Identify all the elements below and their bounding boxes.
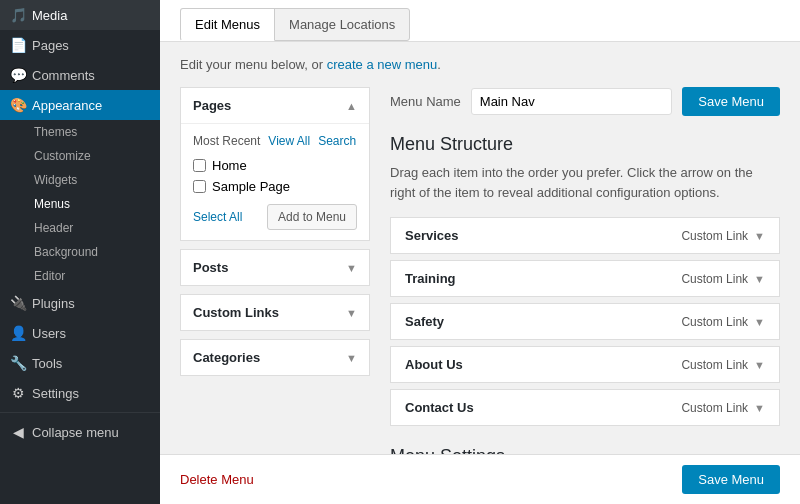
- pages-tabs: Most Recent View All Search: [193, 134, 357, 148]
- menu-item-training-right: Custom Link ▼: [681, 272, 765, 286]
- menu-item-about-us: About Us Custom Link ▼: [390, 346, 780, 383]
- sidebar-item-users[interactable]: 👤 Users: [0, 318, 160, 348]
- sidebar-item-collapse[interactable]: ◀ Collapse menu: [0, 417, 160, 447]
- create-new-menu-link[interactable]: create a new menu: [327, 57, 438, 72]
- collapse-icon: ◀: [10, 424, 26, 440]
- page-sample-item: Sample Page: [193, 179, 357, 194]
- pages-accordion-footer: Select All Add to Menu: [193, 204, 357, 230]
- appearance-icon: 🎨: [10, 97, 26, 113]
- left-panel: Pages ▲ Most Recent View All Search Home: [180, 87, 370, 384]
- categories-accordion: Categories ▼: [180, 339, 370, 376]
- sidebar-sub-widgets[interactable]: Widgets: [28, 168, 160, 192]
- pages-accordion: Pages ▲ Most Recent View All Search Home: [180, 87, 370, 241]
- content-area: Edit your menu below, or create a new me…: [160, 42, 800, 454]
- menu-settings-section: Menu Settings Auto add pages Automatical…: [390, 446, 780, 454]
- pages-icon: 📄: [10, 37, 26, 53]
- menu-items-list: Services Custom Link ▼ Training Custom L…: [390, 217, 780, 426]
- users-icon: 👤: [10, 325, 26, 341]
- tab-most-recent[interactable]: Most Recent: [193, 134, 260, 148]
- posts-accordion: Posts ▼: [180, 249, 370, 286]
- tools-icon: 🔧: [10, 355, 26, 371]
- tab-manage-locations[interactable]: Manage Locations: [274, 8, 410, 41]
- menu-item-about-right: Custom Link ▼: [681, 358, 765, 372]
- menu-structure-desc: Drag each item into the order you prefer…: [390, 163, 780, 202]
- intro-line: Edit your menu below, or create a new me…: [180, 57, 780, 72]
- menu-item-contact-us: Contact Us Custom Link ▼: [390, 389, 780, 426]
- categories-accordion-header[interactable]: Categories ▼: [181, 340, 369, 375]
- menu-item-services-expand[interactable]: ▼: [754, 230, 765, 242]
- posts-accordion-header[interactable]: Posts ▼: [181, 250, 369, 285]
- sidebar: 🎵 Media 📄 Pages 💬 Comments 🎨 Appearance …: [0, 0, 160, 504]
- menu-item-services-right: Custom Link ▼: [681, 229, 765, 243]
- main-area: Edit Menus Manage Locations Edit your me…: [160, 0, 800, 504]
- sidebar-sub-customize[interactable]: Customize: [28, 144, 160, 168]
- menu-settings-title: Menu Settings: [390, 446, 780, 454]
- sidebar-item-settings[interactable]: ⚙ Settings: [0, 378, 160, 408]
- sidebar-item-tools[interactable]: 🔧 Tools: [0, 348, 160, 378]
- menu-item-contact-expand[interactable]: ▼: [754, 402, 765, 414]
- menu-item-safety-expand[interactable]: ▼: [754, 316, 765, 328]
- posts-accordion-arrow: ▼: [346, 262, 357, 274]
- select-all-link[interactable]: Select All: [193, 210, 242, 224]
- pages-accordion-body: Most Recent View All Search Home Sample …: [181, 123, 369, 240]
- menu-item-training-expand[interactable]: ▼: [754, 273, 765, 285]
- tab-bar: Edit Menus Manage Locations: [160, 0, 800, 42]
- tab-view-all[interactable]: View All: [268, 134, 310, 148]
- tab-edit-menus[interactable]: Edit Menus: [180, 8, 275, 41]
- menu-item-safety: Safety Custom Link ▼: [390, 303, 780, 340]
- sidebar-sub-menus[interactable]: Menus: [28, 192, 160, 216]
- menu-name-row: Menu Name Save Menu: [390, 87, 780, 116]
- sidebar-divider: [0, 412, 160, 413]
- sidebar-item-appearance[interactable]: 🎨 Appearance: [0, 90, 160, 120]
- tab-search[interactable]: Search: [318, 134, 356, 148]
- appearance-submenu: Themes Customize Widgets Menus Header Ba…: [0, 120, 160, 288]
- menu-name-input[interactable]: [471, 88, 672, 115]
- sidebar-sub-background[interactable]: Background: [28, 240, 160, 264]
- menu-item-services: Services Custom Link ▼: [390, 217, 780, 254]
- menu-name-label: Menu Name: [390, 94, 461, 109]
- page-sample-checkbox[interactable]: [193, 180, 206, 193]
- sidebar-sub-header[interactable]: Header: [28, 216, 160, 240]
- add-to-menu-button[interactable]: Add to Menu: [267, 204, 357, 230]
- pages-accordion-arrow: ▲: [346, 100, 357, 112]
- settings-icon: ⚙: [10, 385, 26, 401]
- pages-accordion-header[interactable]: Pages ▲: [181, 88, 369, 123]
- menu-item-contact-right: Custom Link ▼: [681, 401, 765, 415]
- page-home-checkbox[interactable]: [193, 159, 206, 172]
- menu-item-training: Training Custom Link ▼: [390, 260, 780, 297]
- save-menu-button-bottom[interactable]: Save Menu: [682, 465, 780, 494]
- media-icon: 🎵: [10, 7, 26, 23]
- plugins-icon: 🔌: [10, 295, 26, 311]
- menu-item-safety-right: Custom Link ▼: [681, 315, 765, 329]
- sidebar-item-comments[interactable]: 💬 Comments: [0, 60, 160, 90]
- custom-links-accordion-arrow: ▼: [346, 307, 357, 319]
- right-panel: Menu Name Save Menu Menu Structure Drag …: [390, 87, 780, 454]
- menu-item-about-expand[interactable]: ▼: [754, 359, 765, 371]
- comments-icon: 💬: [10, 67, 26, 83]
- sidebar-item-media[interactable]: 🎵 Media: [0, 0, 160, 30]
- sidebar-item-pages[interactable]: 📄 Pages: [0, 30, 160, 60]
- save-menu-button-top[interactable]: Save Menu: [682, 87, 780, 116]
- page-home-item: Home: [193, 158, 357, 173]
- two-column-layout: Pages ▲ Most Recent View All Search Home: [180, 87, 780, 454]
- custom-links-accordion-header[interactable]: Custom Links ▼: [181, 295, 369, 330]
- bottom-bar: Delete Menu Save Menu: [160, 454, 800, 504]
- menu-structure-title: Menu Structure: [390, 134, 780, 155]
- sidebar-item-plugins[interactable]: 🔌 Plugins: [0, 288, 160, 318]
- custom-links-accordion: Custom Links ▼: [180, 294, 370, 331]
- categories-accordion-arrow: ▼: [346, 352, 357, 364]
- sidebar-sub-themes[interactable]: Themes: [28, 120, 160, 144]
- delete-menu-link[interactable]: Delete Menu: [180, 472, 254, 487]
- sidebar-sub-editor[interactable]: Editor: [28, 264, 160, 288]
